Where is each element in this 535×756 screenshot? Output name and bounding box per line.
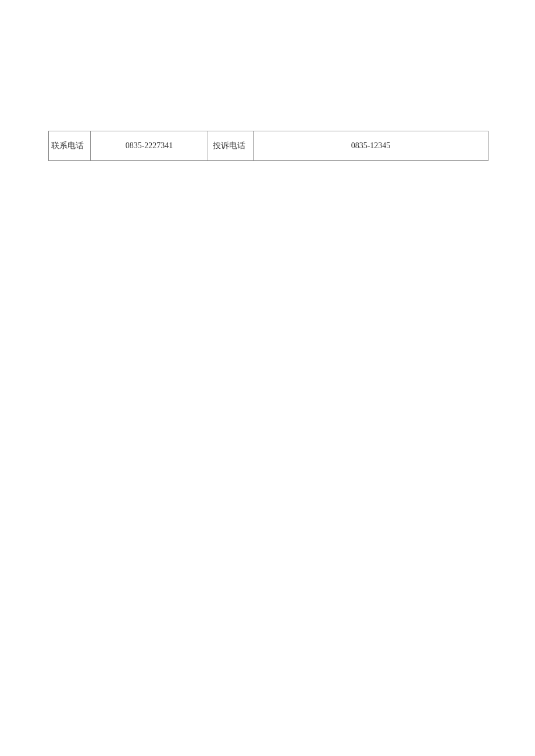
phone-info-table: 联系电话 0835-2227341 投诉电话 0835-12345 — [48, 131, 488, 161]
complaint-phone-label: 投诉电话 — [208, 131, 254, 161]
contact-table: 联系电话 0835-2227341 投诉电话 0835-12345 — [48, 131, 488, 161]
complaint-phone-value: 0835-12345 — [254, 131, 488, 161]
table-row: 联系电话 0835-2227341 投诉电话 0835-12345 — [49, 131, 488, 161]
contact-phone-value: 0835-2227341 — [91, 131, 208, 161]
contact-phone-label: 联系电话 — [49, 131, 91, 161]
